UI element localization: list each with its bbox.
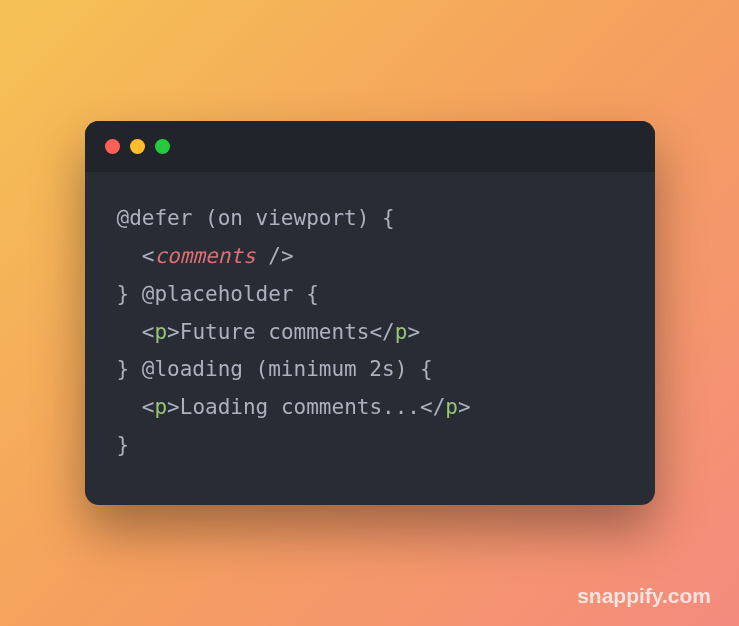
- close-icon[interactable]: [105, 139, 120, 154]
- maximize-icon[interactable]: [155, 139, 170, 154]
- minimize-icon[interactable]: [130, 139, 145, 154]
- code-line-1: @defer (on viewport) {: [117, 206, 395, 230]
- code-block: @defer (on viewport) { <comments /> } @p…: [85, 172, 655, 505]
- window-titlebar: [85, 121, 655, 172]
- code-window: @defer (on viewport) { <comments /> } @p…: [85, 121, 655, 505]
- code-line-4: <p>Future comments</p>: [117, 320, 421, 344]
- code-line-2: <comments />: [117, 244, 294, 268]
- code-line-6: <p>Loading comments...</p>: [117, 395, 471, 419]
- code-line-3: } @placeholder {: [117, 282, 319, 306]
- watermark: snappify.com: [577, 584, 711, 608]
- code-line-7: }: [117, 433, 130, 457]
- code-line-5: } @loading (minimum 2s) {: [117, 357, 433, 381]
